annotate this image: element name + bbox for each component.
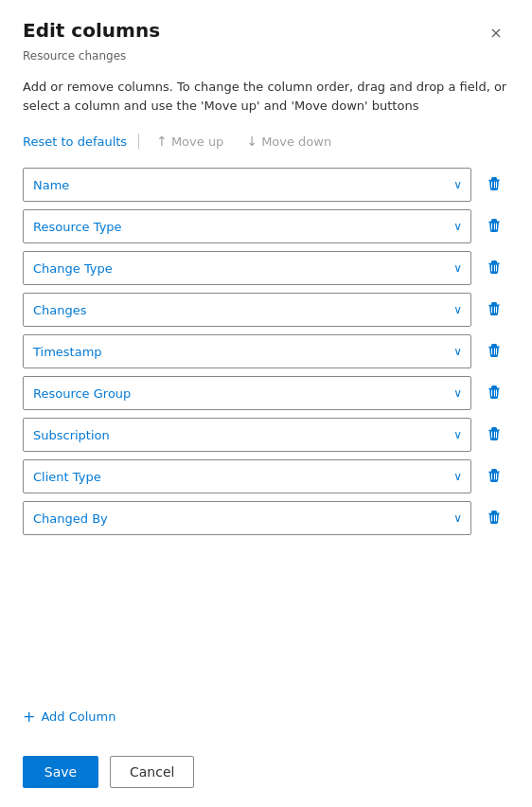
add-column-label: Add Column [41, 709, 115, 724]
table-row: Changes [23, 293, 509, 327]
table-row: Name [23, 168, 509, 202]
move-up-label: Move up [171, 134, 224, 149]
table-row: Client Type [23, 459, 509, 493]
trash-icon [487, 511, 502, 526]
move-down-icon: ↓ [246, 134, 257, 149]
move-up-icon: ↑ [156, 134, 168, 149]
delete-column-name-button[interactable] [479, 168, 509, 202]
reset-to-defaults-button[interactable]: Reset to defaults [23, 134, 127, 149]
trash-icon [487, 344, 502, 359]
table-row: Timestamp [23, 334, 509, 368]
panel-description: Add or remove columns. To change the col… [23, 78, 509, 115]
plus-icon: + [23, 708, 35, 726]
column-select-change_type[interactable]: Change Type [23, 251, 471, 285]
column-select-client_type[interactable]: Client Type [23, 459, 471, 493]
column-select-wrapper: Resource Group [23, 376, 471, 410]
delete-column-resource_type-button[interactable] [479, 209, 509, 243]
trash-icon [487, 302, 502, 317]
panel-subtitle: Resource changes [23, 49, 509, 63]
column-select-wrapper: Resource Type [23, 209, 471, 243]
column-select-resource_type[interactable]: Resource Type [23, 209, 471, 243]
delete-column-resource_group-button[interactable] [479, 376, 509, 410]
delete-column-changed_by-button[interactable] [479, 501, 509, 535]
column-select-wrapper: Changes [23, 293, 471, 327]
column-select-wrapper: Change Type [23, 251, 471, 285]
edit-columns-panel: Edit columns × Resource changes Add or r… [0, 0, 532, 807]
toolbar-separator [138, 134, 139, 149]
table-row: Resource Type [23, 209, 509, 243]
column-select-timestamp[interactable]: Timestamp [23, 334, 471, 368]
trash-icon [487, 386, 502, 401]
column-select-wrapper: Client Type [23, 459, 471, 493]
column-select-wrapper: Timestamp [23, 334, 471, 368]
delete-column-client_type-button[interactable] [479, 459, 509, 493]
column-select-wrapper: Subscription [23, 418, 471, 452]
delete-column-timestamp-button[interactable] [479, 334, 509, 368]
table-row: Subscription [23, 418, 509, 452]
trash-icon [487, 260, 502, 276]
save-button[interactable]: Save [23, 756, 98, 788]
columns-list: Name Resource Type Change Type Changes T… [23, 168, 509, 696]
table-row: Changed By [23, 501, 509, 535]
delete-column-changes-button[interactable] [479, 293, 509, 327]
column-select-wrapper: Name [23, 168, 471, 202]
table-row: Change Type [23, 251, 509, 285]
column-select-name[interactable]: Name [23, 168, 471, 202]
move-down-label: Move down [261, 134, 331, 149]
column-select-subscription[interactable]: Subscription [23, 418, 471, 452]
move-up-button[interactable]: ↑ Move up [151, 130, 229, 152]
column-select-resource_group[interactable]: Resource Group [23, 376, 471, 410]
add-column-button[interactable]: + Add Column [23, 700, 509, 733]
panel-title: Edit columns [23, 19, 160, 42]
trash-icon [487, 177, 502, 192]
column-select-wrapper: Changed By [23, 501, 471, 535]
trash-icon [487, 427, 502, 442]
cancel-button[interactable]: Cancel [110, 756, 194, 788]
footer: Save Cancel [23, 733, 509, 788]
delete-column-change_type-button[interactable] [479, 251, 509, 285]
trash-icon [487, 219, 502, 234]
trash-icon [487, 469, 502, 484]
delete-column-subscription-button[interactable] [479, 418, 509, 452]
toolbar: Reset to defaults ↑ Move up ↓ Move down [23, 130, 509, 152]
column-select-changes[interactable]: Changes [23, 293, 471, 327]
close-button[interactable]: × [483, 19, 509, 45]
column-select-changed_by[interactable]: Changed By [23, 501, 471, 535]
panel-header: Edit columns × [23, 19, 509, 45]
table-row: Resource Group [23, 376, 509, 410]
move-down-button[interactable]: ↓ Move down [240, 130, 337, 152]
